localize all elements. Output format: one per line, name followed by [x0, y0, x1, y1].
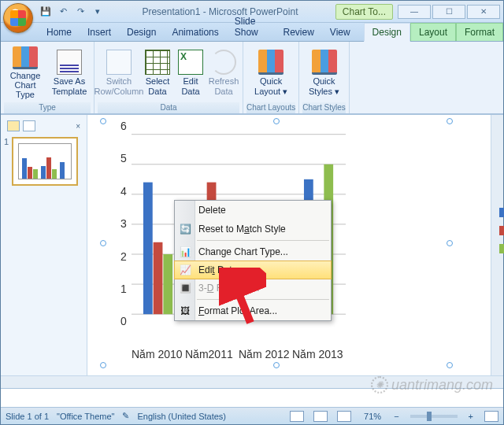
refresh-icon	[211, 50, 236, 75]
y-tick-label: 1	[120, 283, 127, 295]
window-close[interactable]: ✕	[467, 5, 500, 19]
thumbnails-close[interactable]: ×	[76, 122, 80, 131]
ribbon: Change Chart Type Save As Template Type …	[1, 42, 503, 114]
group-data: Switch Row/Column Select Data Edit Data …	[94, 42, 243, 113]
table-icon	[145, 50, 170, 75]
tab-chart-design[interactable]: Design	[364, 23, 410, 42]
window-title: Presentation1 - Microsoft PowerPoint	[105, 6, 335, 17]
group-data-label: Data	[98, 102, 239, 113]
excel-icon	[178, 50, 203, 75]
svg-rect-8	[154, 242, 163, 314]
quick-layout-button[interactable]: Quick Layout ▾	[250, 46, 292, 101]
legend-swatch-2	[499, 226, 504, 235]
quick-styles-button[interactable]: Quick Styles ▾	[303, 46, 346, 101]
legend-swatch-3	[499, 244, 504, 253]
zoom-level[interactable]: 71%	[364, 412, 381, 421]
slide-thumbnails-pane: × 1	[1, 115, 87, 375]
template-icon	[57, 50, 82, 75]
switch-icon	[106, 50, 132, 75]
tab-chart-format[interactable]: Format	[456, 23, 503, 41]
fit-to-window-button[interactable]	[484, 411, 498, 422]
edit-data-button[interactable]: Edit Data	[175, 46, 206, 101]
status-language[interactable]: English (United States)	[137, 412, 226, 421]
x-tick-label: Năm 2013	[292, 348, 343, 360]
status-slide: Slide 1 of 1	[6, 412, 49, 421]
styles-icon	[312, 50, 337, 75]
menu-delete[interactable]: Delete	[175, 201, 331, 220]
tab-review[interactable]: Review	[275, 24, 321, 41]
chart-icon	[13, 46, 38, 70]
view-slideshow-button[interactable]	[337, 411, 351, 422]
qat-undo[interactable]: ↶	[56, 5, 70, 19]
watermark-icon: ✺	[371, 376, 388, 394]
qat-save[interactable]: 💾	[39, 5, 53, 19]
view-sorter-button[interactable]	[313, 411, 328, 422]
zoom-slider[interactable]	[410, 415, 458, 418]
status-bar: Slide 1 of 1 "Office Theme" ✎ English (U…	[1, 407, 503, 424]
office-button[interactable]	[3, 3, 33, 33]
annotation-arrow	[219, 268, 266, 334]
y-tick-label: 3	[120, 217, 127, 230]
thumbnail-chart	[18, 143, 72, 179]
group-styles-label: Chart Styles	[302, 102, 345, 113]
group-type: Change Chart Type Save As Template Type	[1, 42, 94, 113]
svg-rect-7	[143, 183, 153, 315]
tab-animations[interactable]: Animations	[164, 24, 226, 41]
refresh-data-button[interactable]: Refresh Data	[208, 46, 239, 101]
menu-reset-match-style[interactable]: 🔄Reset to Match Style	[175, 220, 331, 238]
contextual-tab-title: Chart To...	[335, 4, 393, 20]
switch-row-col-button[interactable]: Switch Row/Column	[98, 46, 140, 101]
zoom-out-button[interactable]: −	[394, 412, 398, 421]
x-tick-label: Năm 2010	[132, 348, 183, 360]
change-chart-type-button[interactable]: Change Chart Type	[4, 46, 46, 101]
qat-more[interactable]: ▾	[91, 5, 105, 19]
x-tick-label: Năm2011	[185, 348, 233, 360]
svg-rect-9	[163, 254, 172, 314]
window-minimize[interactable]: —	[398, 5, 431, 19]
format-icon: 🖼	[179, 305, 191, 317]
y-tick-label: 4	[120, 185, 127, 198]
slide-number: 1	[4, 137, 9, 186]
y-tick-label: 5	[120, 152, 127, 164]
tab-view[interactable]: View	[322, 24, 358, 41]
svg-line-20	[232, 275, 250, 323]
slide-canvas[interactable]: 0123456 Năm 2010Năm2011Năm 2012Năm 2013 …	[87, 115, 491, 375]
y-tick-label: 2	[120, 250, 127, 263]
excel-icon: 📈	[179, 264, 191, 276]
slide-thumbnail-1[interactable]	[12, 137, 78, 186]
y-tick-label: 0	[120, 315, 127, 327]
qat-redo[interactable]: ↷	[73, 5, 87, 19]
select-data-button[interactable]: Select Data	[142, 46, 173, 101]
group-chart-styles: Quick Styles ▾ Chart Styles	[299, 42, 349, 113]
rotation-icon: 🔳	[179, 282, 191, 294]
legend-swatch-1	[499, 208, 504, 217]
tab-home[interactable]: Home	[39, 24, 80, 41]
reset-icon: 🔄	[179, 223, 191, 235]
thumbnails-tab-outline[interactable]	[23, 120, 35, 131]
tab-chart-layout[interactable]: Layout	[410, 23, 456, 41]
workspace: × 1	[1, 114, 503, 375]
save-as-template-button[interactable]: Save As Template	[48, 46, 91, 101]
zoom-in-button[interactable]: +	[469, 412, 473, 421]
watermark: ✺ uantrimang.com	[371, 376, 493, 394]
y-tick-label: 6	[120, 120, 127, 132]
menu-change-chart-type[interactable]: 📊Change Chart Type...	[175, 242, 331, 261]
chart-legend[interactable]: Khu vực 1 Khu vực 2 Khu vực 3	[499, 200, 504, 261]
layout-icon	[258, 50, 284, 75]
chart-type-icon: 📊	[179, 246, 191, 258]
window-maximize[interactable]: ☐	[432, 5, 465, 19]
view-normal-button[interactable]	[290, 411, 304, 422]
tab-slideshow[interactable]: Slide Show	[227, 13, 276, 41]
status-spellcheck-icon[interactable]: ✎	[122, 411, 129, 421]
chart-object[interactable]: 0123456 Năm 2010Năm2011Năm 2012Năm 2013 …	[103, 121, 450, 365]
quick-access-toolbar: 💾 ↶ ↷ ▾	[39, 5, 105, 19]
group-layouts-label: Chart Layouts	[246, 102, 295, 113]
tab-design[interactable]: Design	[119, 24, 164, 41]
group-chart-layouts: Quick Layout ▾ Chart Layouts	[243, 42, 299, 113]
ribbon-tabs: Home Insert Design Animations Slide Show…	[1, 23, 503, 42]
tab-insert[interactable]: Insert	[80, 24, 119, 41]
group-type-label: Type	[4, 102, 91, 113]
thumbnails-tab-slides[interactable]	[7, 120, 20, 131]
status-theme: "Office Theme"	[57, 412, 114, 421]
x-tick-label: Năm 2012	[239, 348, 290, 360]
